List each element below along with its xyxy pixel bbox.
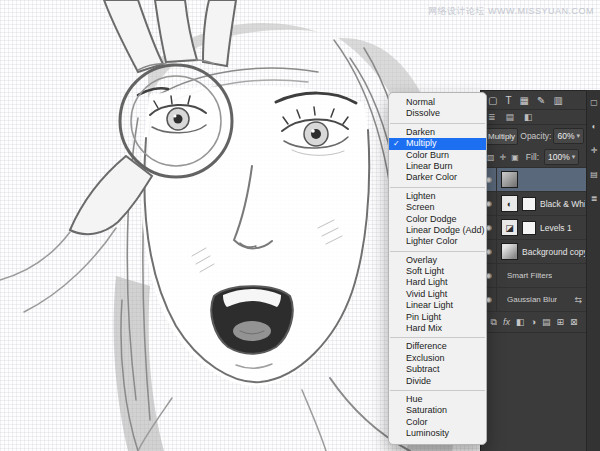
new-layer-icon[interactable]: ⊞ (556, 317, 564, 327)
menu-item-color[interactable]: Color (389, 417, 486, 428)
layer-row-smart-filters[interactable]: ◉ Smart Filters (481, 264, 587, 288)
layer-row-black-white[interactable]: ◉ ◐ Black & White 1 (481, 192, 587, 216)
pencil-panel-icon[interactable]: ✎ (537, 95, 545, 106)
rows-panel-icon[interactable]: ▥ (553, 95, 562, 106)
watermark: 网络设计论坛 WWW.MISSYUAN.COM (428, 5, 594, 18)
list-view-icon[interactable]: ▤ (506, 112, 515, 122)
menu-item-lighten[interactable]: Lighten (389, 191, 486, 202)
menu-item-subtract[interactable]: Subtract (389, 364, 486, 375)
menu-item-color-dodge[interactable]: Color Dodge (389, 214, 486, 225)
menu-item-normal[interactable]: Normal (389, 97, 486, 108)
layer-thumbnail[interactable] (501, 243, 518, 260)
delete-layer-icon[interactable]: ⊠ (570, 317, 578, 327)
grid-panel-icon[interactable]: ▦ (520, 95, 529, 106)
panel-dock: ▢ ◐ ✛ ▤ ≣ (586, 90, 600, 451)
layer-name: Black & White 1 (540, 199, 585, 209)
filter-name: Gaussian Blur (507, 295, 557, 304)
menu-item-vivid-light[interactable]: Vivid Light (389, 289, 486, 300)
mask-thumbnail[interactable] (522, 197, 536, 211)
menu-separator (390, 390, 485, 391)
lock-fill-row: ▨ ✛ ▣ Fill: 100% ▾ (481, 147, 587, 168)
menu-item-color-burn[interactable]: Color Burn (389, 150, 486, 161)
layer-row-background-copy[interactable]: ◉ Background copy (481, 240, 587, 264)
menu-item-darken[interactable]: Darken (389, 127, 486, 138)
fill-label: Fill: (526, 152, 539, 162)
menu-item-luminosity[interactable]: Luminosity (389, 428, 486, 439)
filter-options-icon[interactable]: ⇆ (574, 295, 582, 305)
opacity-label: Opacity: (520, 131, 551, 141)
layer-style-icon[interactable]: fx (503, 317, 510, 327)
panel-toolbar: ▢ T ▦ ✎ ▥ (481, 91, 587, 110)
menu-item-hard-light[interactable]: Hard Light (389, 277, 486, 288)
menu-separator (390, 187, 485, 188)
checkmark-icon: ✓ (393, 138, 400, 149)
menu-item-overlay[interactable]: Overlay (389, 255, 486, 266)
dock-adjustments-icon[interactable]: ◐ (592, 122, 597, 131)
menu-item-exclusion[interactable]: Exclusion (389, 353, 486, 364)
selected-layer-row[interactable]: ◉ (481, 168, 587, 192)
dock-plus-icon[interactable]: ✛ (591, 146, 598, 155)
menu-item-difference[interactable]: Difference (389, 341, 486, 352)
menu-item-linear-dodge[interactable]: Linear Dodge (Add) (389, 225, 486, 236)
lock-position-icon[interactable]: ✛ (500, 153, 507, 162)
lock-transparency-icon[interactable]: ▨ (487, 153, 495, 162)
menu-separator (390, 251, 485, 252)
panel-footer: ⧉ fx ◧ ◑ ▤ ⊞ ⊠ (481, 312, 587, 333)
mask-thumbnail[interactable] (522, 221, 536, 235)
menu-item-darker-color[interactable]: Darker Color (389, 172, 486, 183)
menu-item-multiply[interactable]: ✓ Multiply (389, 138, 486, 149)
adjustment-layer-icon[interactable]: ◑ (530, 317, 535, 327)
layers-panel: ▢ T ▦ ✎ ▥ ≣ ▤ ◧ Multiply Opacity: 60% ▾ … (480, 90, 587, 451)
menu-item-linear-light[interactable]: Linear Light (389, 300, 486, 311)
menu-item-lighter-color[interactable]: Lighter Color (389, 236, 486, 247)
add-mask-icon[interactable]: ◧ (516, 317, 525, 327)
layer-name: Levels 1 (540, 223, 572, 233)
menu-item-divide[interactable]: Divide (389, 376, 486, 387)
link-layers-icon[interactable]: ⧉ (490, 317, 496, 328)
filter-view-icon[interactable]: ◧ (524, 112, 533, 122)
menu-item-linear-burn[interactable]: Linear Burn (389, 161, 486, 172)
menu-item-hard-mix[interactable]: Hard Mix (389, 323, 486, 334)
menu-item-screen[interactable]: Screen (389, 202, 486, 213)
dock-layers-icon[interactable]: ▤ (590, 170, 598, 179)
opacity-value[interactable]: 60% ▾ (553, 128, 584, 144)
menu-item-saturation[interactable]: Saturation (389, 405, 486, 416)
menu-item-hue[interactable]: Hue (389, 394, 486, 405)
layer-name: Background copy (522, 247, 585, 257)
chevron-down-icon: ▾ (572, 153, 576, 161)
chevron-down-icon: ▾ (576, 132, 580, 140)
adjustment-thumbnail[interactable]: ◪ (501, 219, 518, 236)
blend-opacity-row: Multiply Opacity: 60% ▾ (481, 125, 587, 147)
photoshop-workspace: 网络设计论坛 WWW.MISSYUAN.COM ▢ T ▦ ✎ ▥ ≣ ▤ ◧ … (0, 0, 600, 451)
menu-separator (390, 123, 485, 124)
menu-item-dissolve[interactable]: Dissolve (389, 108, 486, 119)
dock-swatch-icon[interactable]: ▢ (590, 98, 598, 107)
panel-subbar: ≣ ▤ ◧ (481, 110, 587, 125)
blend-mode-menu: Normal Dissolve Darken ✓ Multiply Color … (388, 92, 487, 445)
shape-tool-icon[interactable]: ▢ (488, 95, 497, 106)
layer-thumbnail[interactable] (501, 171, 518, 188)
layer-row-levels[interactable]: ◉ ◪ Levels 1 (481, 216, 587, 240)
menu-separator (390, 337, 485, 338)
fill-value[interactable]: 100% ▾ (544, 149, 579, 165)
panel-menu-icon[interactable]: ≣ (488, 112, 496, 122)
menu-item-label: Multiply (406, 138, 437, 148)
adjustment-thumbnail[interactable]: ◐ (501, 195, 518, 212)
blend-mode-select[interactable]: Multiply (484, 128, 518, 145)
smart-filters-label: Smart Filters (507, 271, 552, 280)
menu-item-soft-light[interactable]: Soft Light (389, 266, 486, 277)
lock-all-icon[interactable]: ▣ (511, 153, 519, 162)
dock-menu-icon[interactable]: ≣ (591, 194, 598, 203)
menu-item-pin-light[interactable]: Pin Light (389, 312, 486, 323)
type-tool-icon[interactable]: T (505, 95, 511, 106)
new-group-icon[interactable]: ▤ (542, 317, 551, 327)
layer-row-gaussian-blur[interactable]: ◉ Gaussian Blur ⇆ (481, 288, 587, 312)
